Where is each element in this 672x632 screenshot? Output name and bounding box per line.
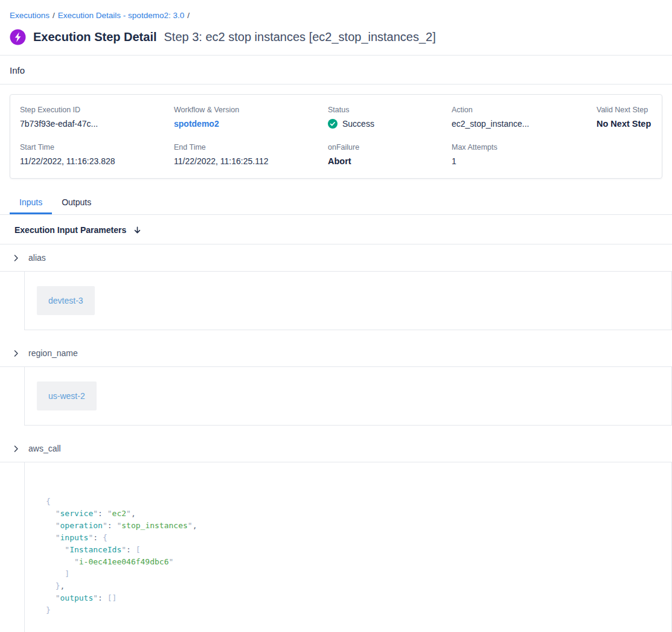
field-label: End Time [174, 143, 328, 152]
page-header: Execution Step Detail Step 3: ec2 stop i… [0, 20, 672, 55]
json-token [46, 593, 56, 602]
json-token: : [98, 593, 107, 602]
json-token: : [98, 509, 107, 518]
page-title: Execution Step Detail [33, 30, 157, 44]
json-token: " [93, 593, 98, 602]
chevron-right-icon [12, 254, 20, 262]
json-token: operation [60, 521, 102, 530]
field-value: 11/22/2022, 11:16:25.112 [174, 156, 328, 166]
field-step-execution-id: Step Execution ID 7b73f93e-edaf-47c... [20, 106, 174, 129]
json-code-line: "service": "ec2", [46, 508, 659, 520]
field-label: Action [452, 106, 597, 114]
param-row-alias[interactable]: alias [0, 244, 672, 272]
field-valid-next-step: Valid Next Step No Next Step [597, 106, 654, 129]
json-token: " [169, 557, 174, 566]
json-token: " [188, 521, 193, 530]
breadcrumb-separator: / [53, 11, 55, 20]
breadcrumb-link-executions[interactable]: Executions [10, 11, 50, 20]
json-token: " [126, 509, 131, 518]
json-token: } [46, 605, 51, 614]
field-label: Max Attempts [452, 143, 597, 152]
json-token: ec2 [112, 509, 126, 518]
field-workflow-version: Workflow & Version spotdemo2 [174, 106, 328, 129]
field-label: Valid Next Step [597, 106, 654, 114]
json-token: : [126, 545, 136, 554]
info-card: Step Execution ID 7b73f93e-edaf-47c... W… [10, 94, 662, 179]
field-action: Action ec2_stop_instance... [452, 106, 597, 129]
json-code-line: { [46, 496, 659, 508]
workflow-brand-icon [10, 29, 26, 45]
param-value-chip: devtest-3 [37, 286, 95, 315]
workflow-link[interactable]: spotdemo2 [174, 119, 328, 129]
tab-outputs[interactable]: Outputs [52, 190, 101, 214]
field-value: 1 [452, 156, 597, 166]
field-label: Status [328, 106, 452, 114]
info-grid: Step Execution ID 7b73f93e-edaf-47c... W… [20, 106, 654, 166]
field-label: Start Time [20, 143, 174, 152]
param-name: aws_call [28, 444, 61, 453]
json-token [46, 581, 56, 590]
field-max-attempts: Max Attempts 1 [452, 143, 597, 166]
json-token: " [93, 509, 98, 518]
success-check-icon [328, 119, 338, 129]
json-token: i-0ec41ee046f49dbc6 [79, 557, 169, 566]
json-code-line: }, [46, 580, 659, 592]
json-token [46, 557, 74, 566]
json-code-line: ] [46, 568, 659, 580]
json-code-line: } [46, 604, 659, 616]
field-label: Step Execution ID [20, 106, 174, 114]
param-content-alias: devtest-3 [24, 272, 672, 330]
param-row-region-name[interactable]: region_name [0, 330, 672, 367]
json-token: , [60, 581, 65, 590]
json-code-line: "InstanceIds": [ [46, 544, 659, 556]
param-value-chip: us-west-2 [37, 381, 97, 410]
json-token: : [107, 521, 117, 530]
json-token: inputs [60, 533, 88, 542]
execution-input-parameters-header: Execution Input Parameters [0, 215, 672, 244]
chevron-right-icon [12, 350, 20, 357]
param-name: alias [28, 253, 46, 263]
breadcrumb-separator: / [187, 11, 190, 20]
json-token: stop_instances [121, 521, 188, 530]
field-value: Abort [328, 156, 452, 166]
field-value: No Next Step [597, 119, 654, 129]
json-token: " [121, 545, 126, 554]
field-status: Status Success [328, 106, 452, 129]
param-content-aws-call: { "service": "ec2", "operation": "stop_i… [24, 462, 672, 632]
field-label: onFailure [328, 143, 452, 152]
json-token: [] [107, 593, 117, 602]
info-section-title: Info [0, 56, 672, 84]
chevron-right-icon [12, 445, 20, 453]
param-name: region_name [28, 348, 78, 358]
json-token [46, 509, 56, 518]
json-token: ] [65, 569, 69, 578]
json-token: [ [136, 545, 141, 554]
json-token [46, 533, 56, 542]
json-token: " [74, 557, 79, 566]
json-token: , [131, 509, 136, 518]
json-token: service [60, 509, 93, 518]
field-value: 11/22/2022, 11:16:23.828 [20, 156, 174, 166]
status-badge: Success [328, 119, 452, 129]
param-row-aws-call[interactable]: aws_call [0, 426, 672, 462]
breadcrumb-link-execution-details[interactable]: Execution Details - spotdemo2: 3.0 [58, 11, 184, 20]
json-token: : [93, 533, 103, 542]
collapse-all-arrow-icon[interactable] [133, 226, 142, 235]
param-content-region-name: us-west-2 [24, 367, 672, 426]
json-token: InstanceIds [69, 545, 121, 554]
json-code: { "service": "ec2", "operation": "stop_i… [46, 496, 659, 616]
json-token: " [65, 545, 69, 554]
field-on-failure: onFailure Abort [328, 143, 452, 166]
json-token: { [103, 533, 107, 542]
json-code-line: "outputs": [] [46, 592, 659, 604]
json-code-line: "operation": "stop_instances", [46, 520, 659, 532]
params-header-label: Execution Input Parameters [14, 225, 126, 235]
json-token: " [107, 509, 112, 518]
json-token: outputs [60, 593, 93, 602]
json-token [46, 545, 65, 554]
json-token [46, 569, 65, 578]
field-start-time: Start Time 11/22/2022, 11:16:23.828 [20, 143, 174, 166]
json-token: , [193, 521, 197, 530]
field-value: 7b73f93e-edaf-47c... [20, 119, 174, 129]
tab-inputs[interactable]: Inputs [10, 190, 52, 214]
